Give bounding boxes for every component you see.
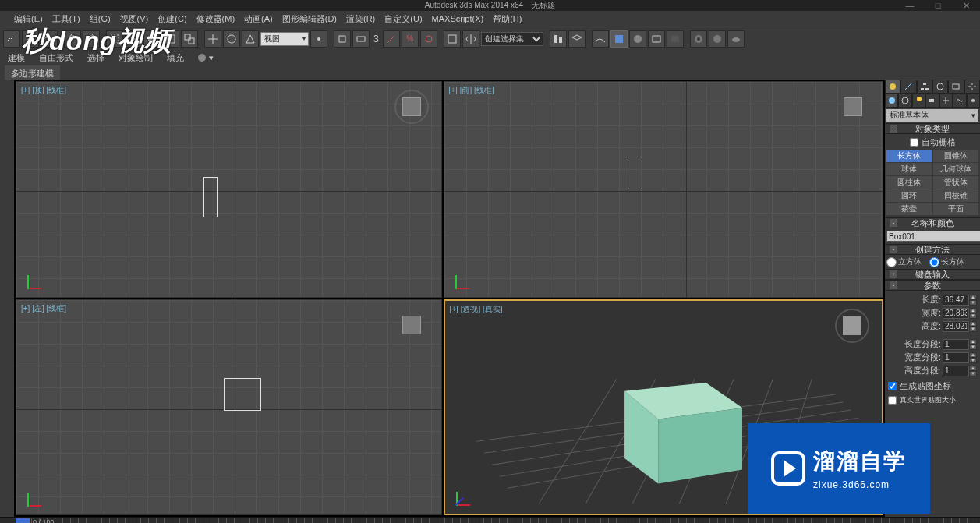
record-dropdown-icon[interactable]: ▾ (209, 53, 214, 63)
display-tab[interactable] (948, 80, 964, 94)
viewport-plus[interactable]: [+] (449, 86, 458, 94)
viewport-plus[interactable]: [+] (21, 304, 30, 313)
wseg-input[interactable] (943, 352, 969, 363)
length-input[interactable] (943, 295, 969, 306)
select-filter-button[interactable] (106, 30, 123, 48)
link-button[interactable] (3, 30, 20, 48)
render-setup-button[interactable] (648, 30, 665, 48)
spinner-down[interactable]: ▼ (969, 345, 977, 350)
render-production-button[interactable] (690, 30, 707, 48)
box-wire-front[interactable] (628, 157, 642, 189)
render-teapot-button[interactable] (727, 30, 745, 48)
expand-icon[interactable]: + (890, 270, 897, 278)
box-wire-left[interactable] (224, 378, 261, 411)
height-input[interactable] (943, 321, 969, 332)
time-slider-handle[interactable] (16, 518, 30, 524)
align-button[interactable] (550, 30, 567, 48)
primitive-tube[interactable]: 管状体 (933, 176, 979, 189)
real-world-map-checkbox[interactable] (888, 396, 897, 405)
lights-subtab[interactable] (912, 94, 925, 108)
object-name-input[interactable] (886, 231, 980, 242)
rollout-params[interactable]: - 参数 (885, 280, 980, 291)
collapse-icon[interactable]: - (890, 219, 897, 227)
spinner-up[interactable]: ▲ (969, 339, 977, 345)
viewport-name[interactable]: [前] (460, 86, 472, 94)
menu-tools[interactable]: 工具(T) (52, 13, 80, 25)
viewport-left[interactable]: [+] [左] [线框] (16, 299, 442, 516)
edit-named-selections-button[interactable] (444, 30, 461, 48)
viewcube[interactable] (394, 308, 429, 342)
primitive-box[interactable]: 长方体 (886, 150, 932, 162)
keyboard-shortcut-toggle-button[interactable] (352, 30, 370, 48)
mirror-button[interactable] (462, 30, 479, 48)
primitive-teapot[interactable]: 茶壶 (886, 203, 932, 215)
create-tab[interactable] (885, 80, 900, 94)
gen-map-coords-checkbox[interactable] (888, 382, 897, 390)
viewport-mode[interactable]: [真实] (483, 305, 503, 313)
spinner-down[interactable]: ▼ (969, 371, 977, 376)
menu-help[interactable]: 帮助(H) (493, 13, 522, 25)
viewport-mode[interactable]: [线框] (47, 304, 67, 313)
layers-button[interactable] (568, 30, 586, 48)
motion-tab[interactable] (932, 80, 948, 94)
viewcube[interactable] (394, 90, 429, 124)
viewport-plus[interactable]: [+] (21, 86, 30, 94)
percent-snap-button[interactable]: % (402, 30, 419, 48)
select-object-button[interactable] (125, 30, 142, 48)
spinner-snap-button[interactable] (420, 30, 437, 48)
spinner-up[interactable]: ▲ (969, 321, 977, 327)
spinner-down[interactable]: ▼ (969, 358, 977, 363)
angle-snap-button[interactable] (383, 30, 400, 48)
modify-tab[interactable] (900, 80, 916, 94)
menu-edit[interactable]: 编辑(E) (14, 13, 43, 25)
ribbon-freeform[interactable]: 自由形式 (39, 52, 73, 64)
menu-render[interactable]: 渲染(R) (346, 13, 375, 25)
viewport-perspective[interactable]: [+] [透视] [真实] (444, 299, 884, 516)
menu-maxscript[interactable]: MAXScript(X) (432, 14, 484, 23)
viewport-top[interactable]: [+] [顶] [线框] (16, 81, 442, 298)
menu-view[interactable]: 视图(V) (120, 13, 149, 25)
primitive-geosphere[interactable]: 几何球体 (933, 163, 979, 175)
unlink-button[interactable] (22, 30, 39, 48)
create-method-box-radio[interactable] (929, 257, 939, 267)
category-dropdown[interactable]: 标准基本体 (886, 109, 978, 122)
window-crossing-button[interactable] (181, 30, 198, 48)
helpers-subtab[interactable] (939, 94, 953, 108)
time-slider[interactable]: 0 / 100 (0, 517, 980, 523)
collapse-icon[interactable]: - (890, 281, 897, 289)
pivot-center-button[interactable] (310, 30, 327, 48)
undo-button[interactable] (64, 30, 81, 48)
select-and-move-button[interactable] (204, 30, 221, 48)
rollout-name-color[interactable]: - 名称和颜色 (885, 217, 980, 228)
ref-coord-system-dropdown[interactable]: 视图 (260, 32, 309, 46)
spinner-down[interactable]: ▼ (969, 313, 977, 319)
material-editor-button[interactable] (629, 30, 646, 48)
spinner-up[interactable]: ▲ (969, 308, 977, 313)
primitive-torus[interactable]: 圆环 (886, 189, 932, 202)
menu-create[interactable]: 创建(C) (157, 13, 186, 25)
spinner-up[interactable]: ▲ (969, 366, 977, 371)
primitive-sphere[interactable]: 球体 (886, 163, 932, 175)
viewport-name[interactable]: [左] (32, 304, 44, 313)
select-and-rotate-button[interactable] (223, 30, 240, 48)
cameras-subtab[interactable] (925, 94, 939, 108)
primitive-pyramid[interactable]: 四棱锥 (933, 189, 979, 202)
rollout-create-method[interactable]: - 创建方法 (885, 244, 980, 255)
menu-animation[interactable]: 动画(A) (244, 13, 273, 25)
hseg-input[interactable] (943, 366, 969, 376)
systems-subtab[interactable] (967, 94, 980, 108)
hierarchy-tab[interactable] (917, 80, 932, 94)
collapse-icon[interactable]: - (890, 246, 897, 253)
viewport-front[interactable]: [+] [前] [线框] (444, 81, 884, 298)
curve-editor-button[interactable] (592, 30, 609, 48)
spinner-down[interactable]: ▼ (969, 327, 977, 332)
width-input[interactable] (943, 308, 969, 319)
select-region-button[interactable] (162, 30, 179, 48)
primitive-cone[interactable]: 圆锥体 (933, 150, 979, 162)
menu-modifiers[interactable]: 修改器(M) (196, 13, 235, 25)
spinner-down[interactable]: ▼ (969, 300, 977, 306)
select-and-scale-button[interactable] (242, 30, 259, 48)
shapes-subtab[interactable] (898, 94, 911, 108)
rollout-object-type[interactable]: - 对象类型 (885, 123, 980, 134)
rendered-frame-button[interactable] (667, 30, 684, 48)
